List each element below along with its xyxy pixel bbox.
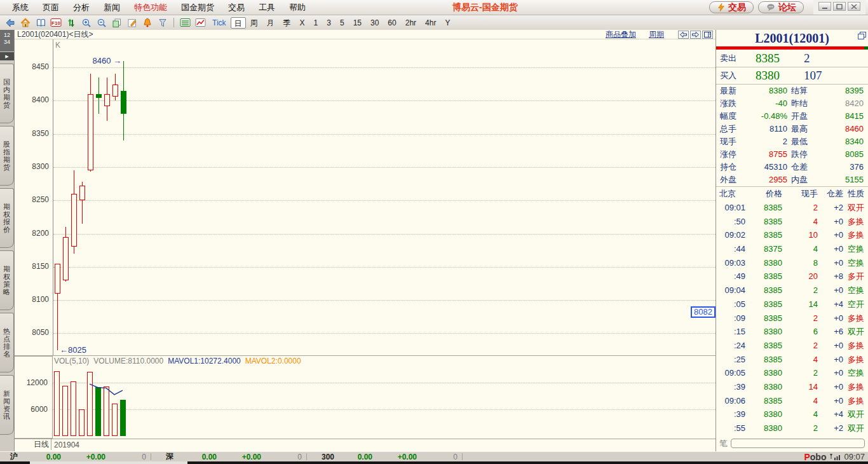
minimize-button[interactable] bbox=[818, 2, 831, 11]
period-X[interactable]: X bbox=[295, 17, 309, 29]
sidebar-tab-0[interactable]: 国内期货 bbox=[0, 64, 14, 123]
zoom-out-button[interactable] bbox=[94, 17, 109, 29]
period-3[interactable]: 3 bbox=[322, 17, 336, 29]
refresh-button[interactable] bbox=[64, 17, 79, 29]
index-value: 0.00 bbox=[22, 453, 61, 461]
restore-button[interactable] bbox=[833, 2, 846, 11]
quote-field-label: 仓差 bbox=[787, 161, 824, 174]
sidebar-tab-5[interactable]: 新闻资讯 bbox=[0, 375, 14, 435]
sidebar-tab-4[interactable]: 热点排名 bbox=[0, 313, 14, 372]
quote-field-label: 昨结 bbox=[787, 97, 824, 110]
index-change: +0.00 bbox=[61, 453, 105, 461]
book-button[interactable] bbox=[33, 17, 48, 29]
zoom-out-icon bbox=[97, 18, 107, 28]
k-plot[interactable]: 8460 →←80258082 bbox=[53, 39, 715, 355]
period-1[interactable]: 1 bbox=[309, 17, 323, 29]
copy-pages-icon bbox=[112, 18, 122, 28]
book-icon bbox=[36, 18, 46, 28]
menu-item-3[interactable]: 新闻 bbox=[97, 2, 127, 13]
index-change: +0.00 bbox=[372, 453, 417, 461]
quote-field-value: 8395 bbox=[824, 85, 864, 97]
price-gridline bbox=[53, 100, 715, 101]
candle-body bbox=[121, 91, 126, 114]
vol-indicator-name: VOL(5,10) bbox=[54, 357, 89, 365]
period-5[interactable]: 5 bbox=[336, 17, 349, 29]
split-view-button[interactable] bbox=[702, 31, 713, 39]
quote-field-value: 8110 bbox=[748, 123, 787, 135]
candle-body bbox=[104, 94, 110, 106]
index-volume: 0 bbox=[261, 453, 302, 461]
quote-field-label: 现手 bbox=[716, 135, 748, 148]
quote-field-label: 内盘 bbox=[787, 174, 824, 186]
filter-button[interactable] bbox=[155, 17, 170, 29]
volume-axis-label: 6000 bbox=[15, 405, 48, 414]
chart-view-button[interactable] bbox=[193, 17, 208, 29]
volume-plot[interactable] bbox=[53, 356, 715, 436]
ask-row[interactable]: 卖出 8385 2 bbox=[716, 50, 868, 67]
period-15[interactable]: 15 bbox=[349, 17, 366, 29]
layout-grid-line1: 12 bbox=[0, 32, 14, 39]
index-value: 0.00 bbox=[333, 453, 372, 461]
contract-title: L2001(12001) bbox=[755, 31, 829, 45]
quote-field-label: 结算 bbox=[787, 85, 824, 97]
quote-field-label: 开盘 bbox=[787, 110, 824, 123]
sidebar-tab-2[interactable]: 期权报价 bbox=[0, 188, 14, 248]
menu-item-8[interactable]: 帮助 bbox=[282, 2, 313, 13]
period-60[interactable]: 60 bbox=[383, 17, 400, 29]
trade-button[interactable]: 交易 bbox=[709, 1, 754, 13]
menu-item-0[interactable]: 系统 bbox=[5, 2, 36, 13]
menu-item-5[interactable]: 国金期货 bbox=[174, 2, 221, 13]
prev-button[interactable] bbox=[678, 31, 689, 39]
edit-button[interactable] bbox=[125, 17, 140, 29]
menu-item-4[interactable]: 特色功能 bbox=[127, 2, 174, 13]
layout-grid-tab[interactable]: 12 34 bbox=[0, 30, 14, 51]
ask-qty: 2 bbox=[804, 51, 810, 65]
price-gridline bbox=[53, 167, 715, 168]
close-button[interactable] bbox=[848, 2, 860, 11]
price-axis-label: 8300 bbox=[15, 162, 49, 171]
zoom-in-button[interactable] bbox=[79, 17, 94, 29]
period-Tick[interactable]: Tick bbox=[208, 17, 231, 29]
period-4hr[interactable]: 4hr bbox=[421, 17, 440, 29]
back-button[interactable] bbox=[3, 17, 18, 29]
menu-item-1[interactable]: 页面 bbox=[36, 2, 66, 13]
period-季[interactable]: 季 bbox=[279, 17, 295, 29]
f10-button[interactable]: F10 bbox=[48, 17, 64, 29]
period-Y[interactable]: Y bbox=[440, 17, 454, 29]
sidebar-tab-1[interactable]: 股指期货 bbox=[0, 126, 14, 186]
sidebar-expand-arrow[interactable]: ▶ bbox=[0, 52, 14, 60]
menu-item-2[interactable]: 分析 bbox=[66, 2, 97, 13]
bid-row[interactable]: 买入 8380 107 bbox=[716, 67, 868, 85]
menu-item-6[interactable]: 交易 bbox=[221, 2, 252, 13]
status-bar: 沪0.00+0.000深0.00+0.0003000.00+0.000 Pobo… bbox=[0, 451, 868, 461]
index-change: +0.00 bbox=[217, 453, 261, 461]
panel-restore-button[interactable] bbox=[858, 32, 866, 41]
period-月[interactable]: 月 bbox=[262, 17, 279, 29]
speech-bubble-icon bbox=[766, 3, 776, 12]
mavol2-value: MAVOL2:0.0000 bbox=[245, 357, 301, 365]
sidebar-tab-3[interactable]: 期权策略 bbox=[0, 250, 14, 310]
tape-tab[interactable] bbox=[731, 439, 865, 448]
period-周[interactable]: 周 bbox=[246, 17, 262, 29]
copy-button[interactable] bbox=[109, 17, 125, 29]
sidebar-tabs: 国内期货股指期货期权报价期权策略热点排名新闻资讯 bbox=[0, 60, 14, 451]
quote-table-button[interactable] bbox=[177, 17, 193, 29]
quote-field-value: 8085 bbox=[824, 148, 864, 161]
menu-item-7[interactable]: 工具 bbox=[252, 2, 282, 13]
back-icon bbox=[5, 18, 15, 28]
home-icon bbox=[20, 18, 31, 28]
tape-header-cell: 仓差 bbox=[818, 187, 843, 201]
price-axis-label: 8400 bbox=[15, 95, 49, 104]
period-2hr[interactable]: 2hr bbox=[401, 17, 421, 29]
date-label: 201904 bbox=[51, 440, 79, 449]
taskbar-strip bbox=[0, 461, 868, 464]
overlay-link[interactable]: 商品叠加 bbox=[606, 29, 636, 40]
home-button[interactable] bbox=[18, 17, 33, 29]
forum-button[interactable]: 论坛 bbox=[758, 1, 804, 13]
period-link[interactable]: 周期 bbox=[649, 29, 664, 40]
next-button[interactable] bbox=[690, 31, 701, 39]
quote-field-value: 5155 bbox=[824, 174, 864, 186]
alert-button[interactable] bbox=[140, 17, 155, 29]
period-日[interactable]: 日 bbox=[231, 17, 246, 29]
period-30[interactable]: 30 bbox=[366, 17, 383, 29]
